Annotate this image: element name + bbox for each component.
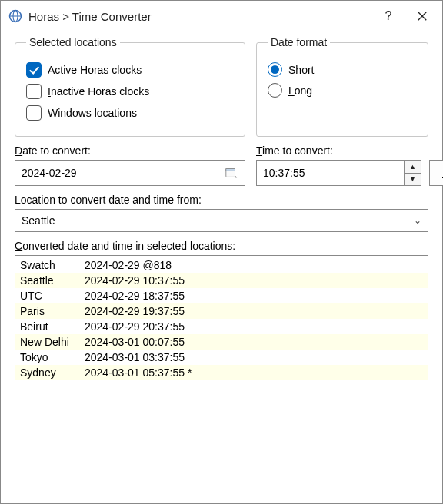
active-clocks-label: Active Horas clocks xyxy=(48,64,142,76)
active-clocks-checkbox[interactable] xyxy=(26,62,42,78)
result-datetime: 2024-02-29 20:37:55 xyxy=(85,319,423,334)
inactive-clocks-option[interactable]: Inactive Horas clocks xyxy=(26,84,234,99)
time-label: Time to convert: xyxy=(256,144,443,157)
short-format-option[interactable]: Short xyxy=(268,62,417,77)
result-location: Paris xyxy=(20,303,85,319)
result-location: Swatch xyxy=(20,257,85,273)
date-field: Date to convert: xyxy=(15,144,245,186)
time-field: Time to convert: ▲ ▼ Reset xyxy=(256,144,443,186)
inactive-clocks-checkbox[interactable] xyxy=(26,84,42,99)
result-datetime: 2024-02-29 @818 xyxy=(85,257,423,273)
result-location: UTC xyxy=(20,288,85,303)
result-row[interactable]: Beirut2024-02-29 20:37:55 xyxy=(15,319,428,334)
short-format-radio[interactable] xyxy=(268,62,282,77)
result-datetime: 2024-02-29 18:37:55 xyxy=(85,288,423,303)
window-title: Horas > Time Converter xyxy=(28,10,371,23)
svg-rect-4 xyxy=(226,169,235,171)
time-spin-up[interactable]: ▲ xyxy=(405,161,421,173)
inactive-clocks-label: Inactive Horas clocks xyxy=(48,85,149,98)
date-format-legend: Date format xyxy=(268,36,330,48)
result-row[interactable]: Sydney2024-03-01 05:37:55 * xyxy=(15,365,428,380)
active-clocks-option[interactable]: Active Horas clocks xyxy=(26,62,234,78)
content: Selected locations Active Horas clocks I… xyxy=(1,32,442,503)
date-input[interactable] xyxy=(15,161,218,185)
time-spinner: ▲ ▼ xyxy=(404,161,421,185)
results-label: Converted date and time in selected loca… xyxy=(15,240,428,252)
result-datetime: 2024-02-29 10:37:55 xyxy=(85,273,423,288)
result-location: Seattle xyxy=(20,273,85,288)
result-location: Tokyo xyxy=(20,350,85,365)
selected-locations-group: Selected locations Active Horas clocks I… xyxy=(15,36,245,137)
date-label: Date to convert: xyxy=(15,144,245,157)
dialog-window: Horas > Time Converter ? Selected locati… xyxy=(0,0,443,504)
windows-locations-label: Windows locations xyxy=(48,107,137,119)
time-spin-down[interactable]: ▼ xyxy=(405,173,421,186)
long-format-radio[interactable] xyxy=(268,83,282,98)
short-format-label: Short xyxy=(288,64,314,76)
result-location: New Delhi xyxy=(20,334,85,350)
titlebar: Horas > Time Converter ? xyxy=(1,1,442,32)
result-row[interactable]: UTC2024-02-29 18:37:55 xyxy=(15,288,428,303)
long-format-label: Long xyxy=(288,85,312,97)
result-row[interactable]: Swatch2024-02-29 @818 xyxy=(15,257,428,273)
reset-button[interactable]: Reset xyxy=(429,160,443,186)
chevron-down-icon: ⌄ xyxy=(414,215,421,226)
location-from-label: Location to convert date and time from: xyxy=(15,194,428,206)
result-location: Beirut xyxy=(20,319,85,334)
date-format-group: Date format Short Long xyxy=(256,36,428,137)
time-input-wrap: ▲ ▼ xyxy=(256,160,421,186)
result-row[interactable]: Paris2024-02-29 19:37:55 xyxy=(15,303,428,319)
result-row[interactable]: New Delhi2024-03-01 00:07:55 xyxy=(15,334,428,350)
result-row[interactable]: Tokyo2024-03-01 03:37:55 xyxy=(15,350,428,365)
result-datetime: 2024-02-29 19:37:55 xyxy=(85,303,423,319)
result-location: Sydney xyxy=(20,365,85,380)
location-from-value: Seattle xyxy=(22,214,55,227)
selected-locations-legend: Selected locations xyxy=(26,36,120,48)
date-input-wrap xyxy=(15,160,245,186)
location-from-select[interactable]: Seattle ⌄ xyxy=(15,209,428,232)
result-datetime: 2024-03-01 05:37:55 * xyxy=(85,365,423,380)
app-icon xyxy=(8,9,22,23)
help-button[interactable]: ? xyxy=(371,4,405,28)
windows-locations-checkbox[interactable] xyxy=(26,105,42,121)
date-picker-button[interactable] xyxy=(218,161,245,185)
result-datetime: 2024-03-01 03:37:55 xyxy=(85,350,423,365)
location-from-field: Location to convert date and time from: … xyxy=(15,194,428,232)
long-format-option[interactable]: Long xyxy=(268,83,417,98)
result-row[interactable]: Seattle2024-02-29 10:37:55 xyxy=(15,273,428,288)
windows-locations-option[interactable]: Windows locations xyxy=(26,105,234,121)
close-button[interactable] xyxy=(405,4,439,28)
result-datetime: 2024-03-01 00:07:55 xyxy=(85,334,423,350)
results-list: Swatch2024-02-29 @818Seattle2024-02-29 1… xyxy=(15,255,428,489)
time-input[interactable] xyxy=(257,161,404,185)
